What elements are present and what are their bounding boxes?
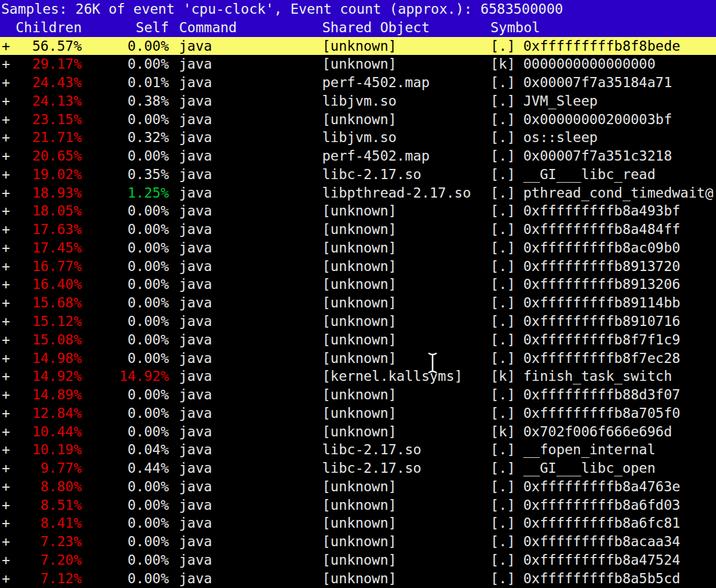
perf-row[interactable]: + 8.80% 0.00% java [unknown] [.] 0xfffff… xyxy=(0,478,716,496)
self-percent: 0.00% xyxy=(82,275,169,294)
symbol-cell: __GI___libc_read xyxy=(523,165,716,184)
perf-row[interactable]: + 29.17% 0.00% java [unknown] [k] 000000… xyxy=(0,55,716,73)
symbol-cell: 0xfffffffffb8910716 xyxy=(523,312,716,331)
perf-row[interactable]: + 15.08% 0.00% java [unknown] [.] 0xffff… xyxy=(0,331,716,349)
perf-row[interactable]: + 24.13% 0.38% java libjvm.so [.] JVM_Sl… xyxy=(0,92,716,110)
perf-row[interactable]: + 18.05% 0.00% java [unknown] [.] 0xffff… xyxy=(0,202,716,220)
children-percent: 14.89% xyxy=(24,386,82,404)
expand-toggle[interactable]: + xyxy=(0,110,24,129)
self-percent: 0.00% xyxy=(82,202,169,220)
expand-toggle[interactable]: + xyxy=(0,73,24,92)
expand-toggle[interactable]: + xyxy=(0,331,24,349)
children-percent: 8.80% xyxy=(24,478,82,496)
expand-toggle[interactable]: + xyxy=(0,202,24,220)
expand-toggle[interactable]: + xyxy=(0,275,24,294)
shared-object-cell: [unknown] xyxy=(322,514,490,532)
expand-toggle[interactable]: + xyxy=(0,386,24,404)
perf-row[interactable]: + 15.68% 0.00% java [unknown] [.] 0xffff… xyxy=(0,294,716,312)
perf-row[interactable]: + 7.20% 0.00% java [unknown] [.] 0xfffff… xyxy=(0,551,716,569)
expand-toggle[interactable]: + xyxy=(0,423,24,441)
perf-row[interactable]: + 9.77% 0.44% java libc-2.17.so [.] __GI… xyxy=(0,459,716,478)
expand-toggle[interactable]: + xyxy=(0,220,24,239)
expand-toggle[interactable]: + xyxy=(0,294,24,312)
perf-row[interactable]: + 7.23% 0.00% java [unknown] [.] 0xfffff… xyxy=(0,532,716,551)
rows-container: + 56.57% 0.00% java [unknown] [.] 0xffff… xyxy=(0,37,716,588)
self-percent: 1.25% xyxy=(82,184,169,202)
expand-toggle[interactable]: + xyxy=(0,404,24,423)
shared-object-cell: libc-2.17.so xyxy=(322,441,490,459)
children-percent: 7.23% xyxy=(24,532,82,551)
expand-toggle[interactable]: + xyxy=(0,349,24,368)
expand-toggle[interactable]: + xyxy=(0,478,24,496)
perf-row[interactable]: + 16.40% 0.00% java [unknown] [.] 0xffff… xyxy=(0,275,716,294)
shared-object-cell: [unknown] xyxy=(322,496,490,515)
expand-toggle[interactable]: + xyxy=(0,312,24,331)
perf-row[interactable]: + 14.89% 0.00% java [unknown] [.] 0xffff… xyxy=(0,386,716,404)
perf-row[interactable]: + 14.98% 0.00% java [unknown] [.] 0xffff… xyxy=(0,349,716,368)
expand-toggle[interactable]: + xyxy=(0,367,24,386)
expand-toggle[interactable]: + xyxy=(0,496,24,515)
perf-row[interactable]: + 23.15% 0.00% java [unknown] [.] 0x0000… xyxy=(0,110,716,129)
module-marker: [.] xyxy=(490,275,523,294)
module-marker: [.] xyxy=(490,312,523,331)
expand-toggle[interactable]: + xyxy=(0,441,24,459)
expand-toggle[interactable]: + xyxy=(0,147,24,165)
expand-toggle[interactable]: + xyxy=(0,55,24,73)
expand-toggle[interactable]: + xyxy=(0,128,24,147)
expand-toggle[interactable]: + xyxy=(0,165,24,184)
expand-toggle[interactable]: + xyxy=(0,551,24,569)
command-cell: java xyxy=(179,331,322,349)
children-percent: 14.92% xyxy=(24,367,82,386)
perf-row[interactable]: + 8.51% 0.00% java [unknown] [.] 0xfffff… xyxy=(0,496,716,515)
perf-row[interactable]: + 7.12% 0.00% java [unknown] [.] 0xfffff… xyxy=(0,569,716,588)
module-marker: [.] xyxy=(490,404,523,423)
perf-row[interactable]: + 20.65% 0.00% java perf-4502.map [.] 0x… xyxy=(0,147,716,165)
symbol-cell: 0xfffffffffb8a705f0 xyxy=(523,404,716,423)
expand-toggle[interactable]: + xyxy=(0,239,24,257)
module-marker: [.] xyxy=(490,202,523,220)
children-percent: 8.41% xyxy=(24,514,82,532)
command-cell: java xyxy=(179,386,322,404)
symbol-cell: 0xfffffffffb8913206 xyxy=(523,275,716,294)
perf-row[interactable]: + 21.71% 0.32% java libjvm.so [.] os::sl… xyxy=(0,128,716,147)
shared-object-cell: [unknown] xyxy=(322,349,490,368)
expand-toggle[interactable]: + xyxy=(0,514,24,532)
children-percent: 16.77% xyxy=(24,257,82,276)
perf-row[interactable]: + 16.77% 0.00% java [unknown] [.] 0xffff… xyxy=(0,257,716,276)
expand-toggle[interactable]: + xyxy=(0,257,24,276)
expand-toggle[interactable]: + xyxy=(0,92,24,110)
children-percent: 12.84% xyxy=(24,404,82,423)
samples-status-line: Samples: 26K of event 'cpu-clock', Event… xyxy=(0,0,716,19)
symbol-cell: 0xfffffffffb8a6fd03 xyxy=(523,496,716,515)
self-percent: 0.00% xyxy=(82,478,169,496)
expand-toggle[interactable]: + xyxy=(0,37,24,56)
perf-row[interactable]: + 14.92% 14.92% java [kernel.kallsyms] [… xyxy=(0,367,716,386)
self-percent: 0.00% xyxy=(82,331,169,349)
children-percent: 7.12% xyxy=(24,569,82,588)
command-cell: java xyxy=(179,110,322,129)
symbol-cell: 0xfffffffffb8a493bf xyxy=(523,202,716,220)
perf-row[interactable]: + 17.45% 0.00% java [unknown] [.] 0xffff… xyxy=(0,239,716,257)
module-marker: [.] xyxy=(490,569,523,588)
perf-row[interactable]: + 8.41% 0.00% java [unknown] [.] 0xfffff… xyxy=(0,514,716,532)
module-marker: [k] xyxy=(490,367,523,386)
perf-row[interactable]: + 15.12% 0.00% java [unknown] [.] 0xffff… xyxy=(0,312,716,331)
shared-object-cell: perf-4502.map xyxy=(322,73,490,92)
perf-row[interactable]: + 18.93% 1.25% java libpthread-2.17.so [… xyxy=(0,184,716,202)
perf-row[interactable]: + 10.19% 0.04% java libc-2.17.so [.] __f… xyxy=(0,441,716,459)
expand-toggle[interactable]: + xyxy=(0,459,24,478)
perf-row[interactable]: + 56.57% 0.00% java [unknown] [.] 0xffff… xyxy=(0,37,716,56)
shared-object-cell: libjvm.so xyxy=(322,128,490,147)
expand-toggle[interactable]: + xyxy=(0,532,24,551)
command-cell: java xyxy=(179,569,322,588)
perf-row[interactable]: + 17.63% 0.00% java [unknown] [.] 0xffff… xyxy=(0,220,716,239)
perf-row[interactable]: + 19.02% 0.35% java libc-2.17.so [.] __G… xyxy=(0,165,716,184)
expand-toggle[interactable]: + xyxy=(0,184,24,202)
perf-report-terminal: { "colors": { "header_bg": "#2c00c6", "s… xyxy=(0,0,716,588)
perf-row[interactable]: + 24.43% 0.01% java perf-4502.map [.] 0x… xyxy=(0,73,716,92)
children-percent: 17.63% xyxy=(24,220,82,239)
module-marker: [k] xyxy=(490,423,523,441)
perf-row[interactable]: + 12.84% 0.00% java [unknown] [.] 0xffff… xyxy=(0,404,716,423)
perf-row[interactable]: + 10.44% 0.00% java [unknown] [k] 0x702f… xyxy=(0,423,716,441)
expand-toggle[interactable]: + xyxy=(0,569,24,588)
